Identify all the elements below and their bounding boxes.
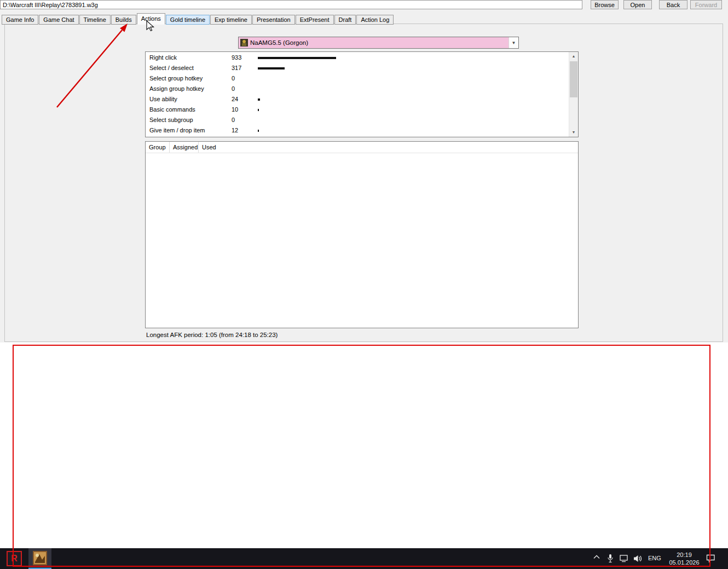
- column-header-group[interactable]: Group: [146, 142, 170, 153]
- tab-builds[interactable]: Builds: [111, 15, 136, 25]
- stat-bar: [258, 57, 336, 59]
- scroll-thumb[interactable]: [570, 61, 577, 97]
- stat-label: Basic commands: [149, 106, 195, 113]
- back-button[interactable]: Back: [659, 0, 687, 9]
- action-stats-list: Right click933Select / deselect317Select…: [145, 51, 579, 137]
- stat-label: Select group hotkey: [149, 75, 203, 82]
- tab-strip: Game InfoGame ChatTimelineBuildsActionsG…: [2, 13, 394, 25]
- stat-bar: [258, 67, 285, 69]
- player-combobox-value: NaAMG5.5 (Gorgon): [250, 39, 509, 46]
- stat-value: 0: [232, 75, 235, 82]
- column-header-used[interactable]: Used: [199, 142, 578, 153]
- clock-time: 20:19: [663, 551, 705, 559]
- language-indicator[interactable]: ENG: [648, 555, 661, 561]
- browse-button[interactable]: Browse: [591, 0, 619, 9]
- tab-action-log[interactable]: Action Log: [356, 15, 394, 25]
- mic-icon[interactable]: [606, 554, 614, 563]
- scroll-down-icon[interactable]: ▼: [569, 128, 578, 137]
- stat-value: 0: [232, 85, 235, 92]
- tab-extpresent[interactable]: ExtPresent: [296, 15, 334, 25]
- action-stat-row[interactable]: Select / deselect317: [146, 63, 569, 73]
- speaker-icon[interactable]: [633, 555, 643, 562]
- tray-expand-icon[interactable]: [593, 555, 600, 559]
- stat-label: Select subgroup: [149, 117, 193, 123]
- taskbar-wc3-icon[interactable]: [28, 548, 51, 569]
- stat-value: 317: [232, 65, 241, 71]
- stat-label: Right click: [149, 54, 177, 61]
- tab-gold-timeline[interactable]: Gold timeline: [166, 15, 210, 25]
- stat-value: 0: [232, 117, 235, 123]
- taskbar: R: [0, 548, 728, 569]
- action-stat-row[interactable]: Right click933: [146, 53, 569, 63]
- tab-game-info[interactable]: Game Info: [2, 15, 38, 25]
- stat-label: Assign group hotkey: [149, 85, 204, 92]
- stat-value: 12: [232, 127, 238, 133]
- stat-bar: [258, 98, 260, 101]
- player-icon: [240, 39, 248, 47]
- stat-bar: [258, 109, 259, 111]
- tab-presentation[interactable]: Presentation: [252, 15, 295, 25]
- action-stat-row[interactable]: Assign group hotkey0: [146, 84, 569, 94]
- action-stat-row[interactable]: Basic commands10: [146, 104, 569, 115]
- tab-timeline[interactable]: Timeline: [79, 15, 111, 25]
- clock[interactable]: 20:19 05.01.2026: [663, 551, 705, 566]
- replay-path-input[interactable]: [0, 0, 582, 9]
- column-header-assigned[interactable]: Assigned: [170, 142, 199, 153]
- action-stat-row[interactable]: Give item / drop item12: [146, 125, 569, 136]
- action-stat-row[interactable]: Select group hotkey0: [146, 73, 569, 84]
- stat-value: 933: [232, 54, 241, 61]
- tab-actions[interactable]: Actions: [137, 13, 165, 25]
- notification-icon[interactable]: [706, 554, 716, 563]
- group-table: GroupAssignedUsed: [145, 141, 579, 328]
- forward-button[interactable]: Forward: [690, 0, 722, 9]
- action-stat-row[interactable]: Use ability24: [146, 94, 569, 104]
- stat-label: Select / deselect: [149, 65, 194, 71]
- chart-section: 020406080100120140160180200220240260280-…: [0, 342, 728, 548]
- stat-label: Use ability: [149, 96, 177, 102]
- stat-bar: [258, 130, 259, 132]
- afk-status: Longest AFK period: 1:05 (from 24:18 to …: [146, 332, 278, 338]
- wc3-thumbnail: [33, 551, 47, 565]
- clock-date: 05.01.2026: [663, 559, 705, 566]
- player-combobox[interactable]: NaAMG5.5 (Gorgon) ▼: [238, 37, 519, 49]
- stat-value: 24: [232, 96, 238, 102]
- stat-label: Give item / drop item: [149, 127, 205, 133]
- stat-value: 10: [232, 106, 238, 113]
- scrollbar[interactable]: ▲ ▼: [569, 52, 578, 137]
- action-stat-row[interactable]: Select subgroup0: [146, 115, 569, 125]
- group-table-header: GroupAssignedUsed: [146, 142, 578, 153]
- tab-exp-timeline[interactable]: Exp timeline: [210, 15, 252, 25]
- tab-draft[interactable]: Draft: [334, 15, 356, 25]
- open-button[interactable]: Open: [623, 0, 652, 9]
- tab-game-chat[interactable]: Game Chat: [39, 15, 78, 25]
- taskbar-replay-icon[interactable]: R: [7, 551, 22, 566]
- scroll-up-icon[interactable]: ▲: [569, 52, 578, 61]
- app-window: Browse Open Back Forward Game InfoGame C…: [0, 0, 728, 569]
- network-icon[interactable]: [620, 555, 628, 562]
- dropdown-arrow-icon[interactable]: ▼: [509, 37, 518, 48]
